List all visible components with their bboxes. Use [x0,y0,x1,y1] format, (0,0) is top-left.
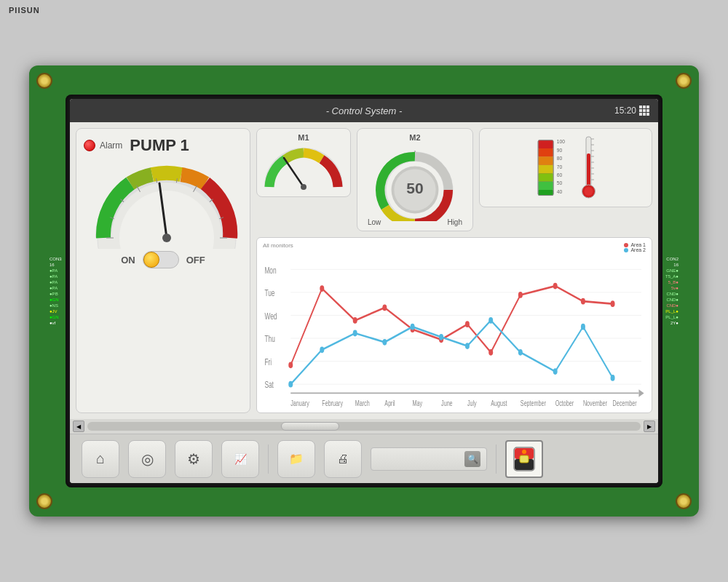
svg-text:60: 60 [557,172,563,178]
settings-button[interactable]: ⚙ [175,440,213,478]
speedometer-gauge [90,162,236,242]
corner-bolt-br [676,493,692,509]
legend-area2-label: Area 2 [630,247,646,252]
m1-box: M1 [256,128,351,197]
chart-legend: Area 1 Area 2 [624,242,646,252]
chart-box: All monitors Area 1 Area 2 [256,237,652,413]
folder-button[interactable]: 📁 [277,440,315,478]
folder-icon: 📁 [289,452,304,466]
on-label: ON [121,255,135,266]
svg-point-91 [518,292,523,298]
svg-rect-41 [538,173,553,181]
scrollbar-row: ◀ ▶ [70,419,658,434]
scroll-track[interactable] [87,422,641,431]
svg-rect-42 [538,182,553,190]
legend-area1: Area 1 [624,242,646,247]
legend-area2: Area 2 [624,247,646,252]
svg-rect-40 [538,165,553,173]
svg-text:Thu: Thu [264,334,275,344]
m1-label: M1 [298,133,309,142]
svg-point-111 [522,450,526,454]
alarm-text: Alarm [100,140,122,151]
search-bar[interactable]: 🔍 [371,447,487,471]
svg-point-100 [439,334,443,340]
svg-text:March: March [355,399,370,408]
svg-text:90: 90 [557,148,563,153]
svg-rect-37 [538,140,553,148]
svg-text:July: July [467,399,477,408]
svg-text:Mon: Mon [264,265,276,275]
pump-title: PUMP 1 [130,136,189,155]
m2-box: M2 [357,128,473,231]
off-label: OFF [186,255,205,266]
svg-point-90 [488,349,493,356]
svg-point-93 [581,298,585,305]
svg-marker-82 [638,389,644,397]
search-icon[interactable]: 🔍 [464,451,480,467]
svg-text:August: August [491,399,507,408]
svg-text:50: 50 [557,180,563,186]
settings-icon: ⚙ [187,450,200,468]
brand-label: PIISUN [9,6,40,15]
svg-text:February: February [322,399,343,408]
svg-point-92 [553,283,558,290]
alarm-row: Alarm PUMP 1 [84,136,189,155]
svg-text:Wed: Wed [264,311,277,321]
svg-text:40: 40 [557,189,563,194]
svg-text:September: September [521,399,546,408]
svg-point-98 [382,339,387,346]
screen-inner: - Control System - 15:20 Alarm [70,99,658,483]
svg-text:70: 70 [557,164,563,170]
footer-bar: ⌂ ◎ ⚙ 📈 📁 🖨 [70,434,658,483]
scroll-thumb[interactable] [281,422,339,431]
header-time: 15:20 [614,105,649,116]
svg-point-13 [162,234,171,242]
chart-title: All monitors [263,242,646,249]
toggle-switch[interactable] [143,251,179,268]
svg-text:January: January [290,399,309,408]
svg-point-96 [320,346,324,353]
corner-bolt-tr [676,73,692,89]
svg-text:October: October [555,399,574,408]
legend-dot-area2 [624,248,628,252]
corner-bolt-tl [36,73,52,89]
grid-icon [639,105,649,116]
svg-point-101 [465,343,470,349]
svg-rect-54 [587,154,590,186]
power-toggle[interactable] [505,440,543,478]
compass-icon: ◎ [141,450,154,468]
home-button[interactable]: ⌂ [82,440,119,478]
svg-text:May: May [413,399,423,408]
svg-point-105 [581,324,585,330]
svg-text:November: November [583,399,607,408]
toolbar-divider-1 [268,445,269,474]
svg-rect-38 [538,148,553,156]
legend-dot-area1 [624,243,628,247]
svg-point-83 [288,362,293,368]
toggle-row: ON OFF [121,251,205,268]
m2-label: M2 [409,133,420,142]
corner-bolt-bl [36,493,52,509]
scroll-right-arrow[interactable]: ▶ [644,420,655,432]
svg-point-86 [382,305,387,311]
chart-button[interactable]: 📈 [221,440,259,478]
svg-point-103 [518,349,523,356]
svg-rect-110 [520,455,529,463]
toolbar-divider-2 [496,445,496,474]
svg-point-15 [301,184,306,190]
alarm-dot [84,140,95,151]
svg-rect-43 [538,190,553,196]
left-panel: Alarm PUMP 1 [76,128,250,413]
compass-button[interactable]: ◎ [128,440,166,478]
m2-low-label: Low [368,218,381,226]
svg-point-84 [320,285,324,292]
scroll-left-arrow[interactable]: ◀ [73,420,84,432]
header-title: - Control System - [326,105,403,116]
svg-point-99 [411,324,415,330]
print-button[interactable]: 🖨 [324,440,362,478]
svg-point-106 [611,375,615,381]
pcb-board: CON316 ●PA ●PA ●PA ●PA ●PB ●GN ●NS ●JV ●… [29,65,699,517]
main-content: Alarm PUMP 1 [70,122,658,419]
legend-area1-label: Area 1 [630,242,646,247]
svg-text:Fri: Fri [264,356,272,367]
